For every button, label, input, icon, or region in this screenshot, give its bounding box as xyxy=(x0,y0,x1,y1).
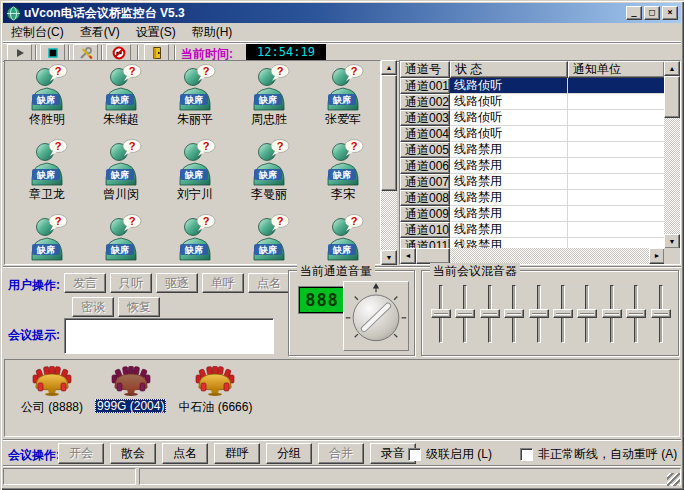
minimize-button[interactable]: _ xyxy=(626,6,642,20)
conference-item[interactable]: 999G (2004) xyxy=(95,366,166,413)
attendee[interactable]: ?缺席 xyxy=(158,213,232,265)
conference-label: 公司 (8888) xyxy=(19,399,85,416)
scroll-down-button[interactable]: ▼ xyxy=(381,250,397,265)
channel-id-cell: 通道006 xyxy=(400,158,450,174)
attendee[interactable]: ?缺席李曼丽 xyxy=(232,138,306,213)
conference-op-button[interactable]: 群呼 xyxy=(214,443,260,464)
column-header[interactable]: 通知单位 xyxy=(568,61,665,78)
attendee[interactable]: ?缺席周忠胜 xyxy=(232,63,306,138)
attendee[interactable]: ?缺席佟胜明 xyxy=(10,63,84,138)
attendee-absent-icon: ?缺席 xyxy=(25,63,69,111)
checkbox-label: 级联启用 (L) xyxy=(426,446,492,463)
attendee[interactable]: ?缺席朱维超 xyxy=(84,63,158,138)
conference-op-button[interactable]: 点名 xyxy=(162,443,208,464)
slider-thumb-handle[interactable] xyxy=(577,309,597,318)
option-checkbox[interactable]: 级联启用 (L) xyxy=(408,446,492,463)
table-row[interactable]: 通道009线路禁用 xyxy=(400,206,680,222)
meeting-prompt-input[interactable] xyxy=(64,318,274,354)
mixer-slider[interactable] xyxy=(649,283,673,351)
attendee-panel: ?缺席佟胜明?缺席朱维超?缺席朱丽平?缺席周忠胜?缺席张爱军?缺席章卫龙?缺席曾… xyxy=(4,60,381,265)
conference-item[interactable]: 公司 (8888) xyxy=(19,366,85,416)
table-row[interactable]: 通道010线路禁用 xyxy=(400,222,680,238)
table-h-scrollbar[interactable]: ◄ ► xyxy=(400,248,665,264)
option-checkbox[interactable]: 非正常断线，自动重呼 (A) xyxy=(520,446,677,463)
attendee[interactable]: ?缺席李宋 xyxy=(306,138,380,213)
scrollbar-thumb[interactable] xyxy=(381,75,397,191)
attendee[interactable]: ?缺席刘宁川 xyxy=(158,138,232,213)
forbid-icon xyxy=(112,46,126,60)
slider-thumb-handle[interactable] xyxy=(651,309,671,318)
conference-table-icon xyxy=(32,366,72,396)
attendee-scrollbar[interactable]: ▲ ▼ xyxy=(381,60,397,265)
table-row[interactable]: 通道008线路禁用 xyxy=(400,190,680,206)
mixer-slider[interactable] xyxy=(502,283,526,351)
scroll-left-button[interactable]: ◄ xyxy=(400,248,416,264)
channel-unit-cell xyxy=(568,206,665,222)
attendee[interactable]: ?缺席朱丽平 xyxy=(158,63,232,138)
column-header[interactable]: 通道号 xyxy=(400,61,450,78)
mixer-slider[interactable] xyxy=(478,283,502,351)
attendee[interactable]: ?缺席 xyxy=(306,213,380,265)
slider-thumb-handle[interactable] xyxy=(602,309,622,318)
attendee[interactable]: ?缺席 xyxy=(232,213,306,265)
menu-item-help[interactable]: 帮助(H) xyxy=(184,22,241,44)
attendee[interactable]: ?缺席张爱军 xyxy=(306,63,380,138)
attendee[interactable]: ?缺席 xyxy=(84,213,158,265)
table-row[interactable]: 通道001线路侦听 xyxy=(400,78,680,94)
table-v-scrollbar[interactable]: ▲ ▼ xyxy=(664,61,680,249)
channel-status-cell: 线路侦听 xyxy=(450,94,568,110)
mixer-slider[interactable] xyxy=(624,283,648,351)
channel-id-cell: 通道002 xyxy=(400,94,450,110)
menu-item-view[interactable]: 查看(V) xyxy=(72,22,128,44)
scroll-up-button[interactable]: ▲ xyxy=(381,60,397,75)
table-row[interactable]: 通道002线路侦听 xyxy=(400,94,680,110)
scroll-down-button[interactable]: ▼ xyxy=(664,234,680,249)
menu-item-settings[interactable]: 设置(S) xyxy=(128,22,184,44)
channel-volume-title: 当前通道音量 xyxy=(297,263,375,280)
svg-text:缺席: 缺席 xyxy=(36,245,55,255)
scrollbar-thumb[interactable] xyxy=(664,76,680,118)
attendee[interactable]: ?缺席曾川闵 xyxy=(84,138,158,213)
table-row[interactable]: 通道006线路禁用 xyxy=(400,158,680,174)
scrollbar-thumb[interactable] xyxy=(416,248,450,264)
user-op-button: 恢复 xyxy=(118,297,160,317)
slider-thumb-handle[interactable] xyxy=(529,309,549,318)
column-header[interactable]: 状 态 xyxy=(450,61,568,78)
mixer-slider[interactable] xyxy=(453,283,477,351)
scroll-up-button[interactable]: ▲ xyxy=(664,61,680,76)
toolbar-separator xyxy=(137,45,139,60)
slider-thumb-handle[interactable] xyxy=(553,309,573,318)
slider-thumb-handle[interactable] xyxy=(431,309,451,318)
menu-item-console[interactable]: 控制台(C) xyxy=(3,22,72,44)
mixer-slider[interactable] xyxy=(527,283,551,351)
attendee[interactable]: ?缺席章卫龙 xyxy=(10,138,84,213)
volume-knob[interactable] xyxy=(344,282,408,350)
slider-thumb-handle[interactable] xyxy=(455,309,475,318)
resize-grip[interactable] xyxy=(667,473,680,486)
slider-thumb-handle[interactable] xyxy=(480,309,500,318)
scroll-right-button[interactable]: ► xyxy=(649,248,665,264)
channel-status-cell: 线路侦听 xyxy=(450,78,568,94)
table-row[interactable]: 通道004线路侦听 xyxy=(400,126,680,142)
slider-thumb-handle[interactable] xyxy=(504,309,524,318)
mixer-slider[interactable] xyxy=(551,283,575,351)
table-row[interactable]: 通道007线路禁用 xyxy=(400,174,680,190)
mixer-slider[interactable] xyxy=(600,283,624,351)
conference-op-button[interactable]: 散会 xyxy=(110,443,156,464)
attendee[interactable]: ?缺席 xyxy=(10,213,84,265)
conference-op-button[interactable]: 分组 xyxy=(266,443,312,464)
attendee-name: 朱维超 xyxy=(103,111,139,128)
close-button[interactable]: × xyxy=(662,6,678,20)
mixer-slider[interactable] xyxy=(429,283,453,351)
title-bar[interactable]: uVcon电话会议桥监控台 V5.3 _ □ × xyxy=(3,3,681,23)
mixer-slider[interactable] xyxy=(575,283,599,351)
checkbox-icon[interactable] xyxy=(520,448,533,461)
maximize-button[interactable]: □ xyxy=(644,6,660,20)
table-row[interactable]: 通道005线路禁用 xyxy=(400,142,680,158)
slider-thumb-handle[interactable] xyxy=(626,309,646,318)
table-row[interactable]: 通道003线路侦听 xyxy=(400,110,680,126)
conference-item[interactable]: 中石油 (6666) xyxy=(176,366,254,416)
status-panel-left xyxy=(3,468,136,485)
checkbox-icon[interactable] xyxy=(408,448,421,461)
window-title: uVcon电话会议桥监控台 V5.3 xyxy=(24,5,626,22)
